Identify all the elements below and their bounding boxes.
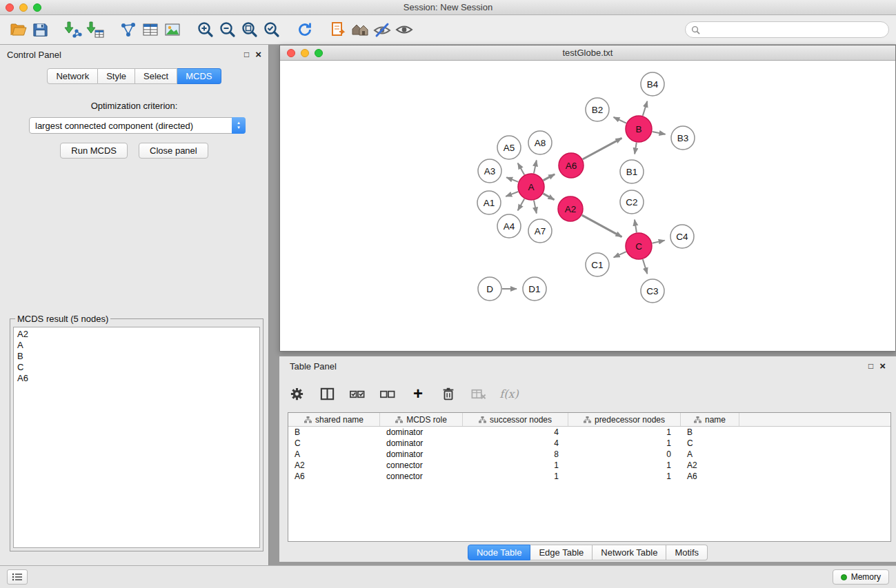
edge-A-A2[interactable]: [543, 194, 554, 200]
edge-A-A8[interactable]: [534, 160, 537, 173]
node-B[interactable]: B: [626, 116, 652, 142]
node-A5[interactable]: A5: [497, 136, 521, 159]
zoom-network-window-button[interactable]: [315, 49, 323, 57]
network-window-titlebar[interactable]: testGlobe.txt: [280, 45, 895, 61]
table-row[interactable]: A dominator 8 0 A: [288, 449, 890, 460]
node-C[interactable]: C: [626, 233, 652, 259]
node-A6[interactable]: A6: [559, 153, 584, 178]
edge-C-C1[interactable]: [614, 252, 626, 257]
add-column-button[interactable]: +: [409, 385, 427, 403]
edge-C-C4[interactable]: [653, 241, 665, 243]
delete-table-button[interactable]: [470, 385, 488, 403]
node-A2[interactable]: A2: [558, 196, 583, 221]
column-header-shared-name[interactable]: shared name: [288, 413, 380, 426]
import-table-file-button[interactable]: [84, 19, 106, 41]
close-table-panel-icon[interactable]: ×: [879, 362, 886, 370]
run-mcds-button[interactable]: Run MCDS: [60, 143, 128, 159]
table-settings-button[interactable]: [288, 385, 306, 403]
network-graph[interactable]: B4B2BB3A8A5A6A3B1AA1C2A2A4A7C4CC1DD1C3: [280, 61, 895, 351]
save-session-button[interactable]: [29, 19, 51, 41]
table-row[interactable]: B dominator 4 1 B: [288, 427, 890, 438]
edge-A-A3[interactable]: [506, 177, 518, 182]
document-button[interactable]: [327, 19, 349, 41]
list-item[interactable]: B: [17, 351, 256, 362]
node-A3[interactable]: A3: [478, 159, 501, 183]
close-app-button[interactable]: [6, 3, 14, 12]
float-panel-icon[interactable]: □: [244, 50, 249, 59]
network-canvas[interactable]: B4B2BB3A8A5A6A3B1AA1C2A2A4A7C4CC1DD1C3: [280, 61, 895, 351]
select-all-button[interactable]: [348, 385, 366, 403]
node-C3[interactable]: C3: [641, 279, 664, 303]
annotation-mode-button[interactable]: [371, 19, 393, 41]
home-button[interactable]: [349, 19, 371, 41]
node-B2[interactable]: B2: [586, 98, 609, 121]
node-C1[interactable]: C1: [586, 253, 609, 276]
zoom-selected-button[interactable]: [261, 19, 283, 41]
node-B1[interactable]: B1: [620, 160, 644, 183]
import-network-file-button[interactable]: [62, 19, 84, 41]
edge-A-A4[interactable]: [518, 199, 524, 210]
edge-B-B1[interactable]: [635, 143, 637, 154]
open-session-button[interactable]: [7, 19, 29, 41]
minimize-app-button[interactable]: [19, 3, 28, 12]
tab-motifs[interactable]: Motifs: [666, 545, 708, 560]
tab-style[interactable]: Style: [98, 68, 135, 84]
edge-C-C2[interactable]: [635, 220, 637, 233]
tab-select[interactable]: Select: [135, 68, 177, 84]
new-network-button[interactable]: [117, 19, 139, 41]
tab-node-table[interactable]: Node Table: [468, 545, 531, 560]
close-panel-icon[interactable]: ×: [255, 50, 261, 59]
list-item[interactable]: A6: [17, 373, 256, 384]
node-B4[interactable]: B4: [641, 72, 664, 96]
list-item[interactable]: A2: [17, 329, 256, 340]
minimize-network-window-button[interactable]: [301, 49, 309, 57]
node-A7[interactable]: A7: [528, 219, 552, 243]
column-header-mcds-role[interactable]: MCDS role: [380, 413, 463, 426]
edge-B-B4[interactable]: [643, 101, 647, 116]
zoom-fit-button[interactable]: [239, 19, 261, 41]
close-panel-button[interactable]: Close panel: [139, 143, 208, 159]
node-B3[interactable]: B3: [671, 126, 695, 150]
search-input[interactable]: [704, 25, 883, 34]
task-history-button[interactable]: [7, 569, 28, 585]
edge-A6-B[interactable]: [583, 138, 622, 159]
node-A[interactable]: A: [518, 174, 544, 200]
node-A1[interactable]: A1: [477, 191, 501, 214]
show-details-button[interactable]: [393, 19, 415, 41]
column-header-successor-nodes[interactable]: successor nodes: [463, 413, 568, 426]
table-row[interactable]: C dominator 4 1 C: [288, 438, 890, 449]
close-network-window-button[interactable]: [287, 49, 295, 57]
float-table-panel-icon[interactable]: □: [868, 362, 873, 370]
node-C2[interactable]: C2: [620, 190, 644, 214]
optimization-criterion-dropdown[interactable]: largest connected component (directed) ▲…: [29, 117, 246, 134]
deselect-all-button[interactable]: [379, 385, 397, 403]
node-D[interactable]: D: [478, 277, 501, 301]
zoom-out-button[interactable]: [217, 19, 239, 41]
edge-A-A7[interactable]: [534, 201, 537, 214]
search-field[interactable]: [685, 21, 889, 38]
node-A4[interactable]: A4: [497, 214, 521, 238]
table-row[interactable]: A6 connector 1 1 A6: [288, 471, 890, 482]
edge-A-A6[interactable]: [544, 174, 555, 181]
column-header-name[interactable]: name: [681, 413, 739, 426]
node-A8[interactable]: A8: [528, 131, 552, 154]
delete-column-button[interactable]: [439, 385, 457, 403]
table-row[interactable]: A2 connector 1 1 A2: [288, 460, 890, 471]
tab-edge-table[interactable]: Edge Table: [530, 545, 593, 560]
mcds-result-list[interactable]: A2 A B C A6: [13, 327, 260, 548]
edge-B-B3[interactable]: [653, 132, 666, 134]
node-D1[interactable]: D1: [523, 277, 546, 301]
column-header-predecessor-nodes[interactable]: predecessor nodes: [568, 413, 681, 426]
list-item[interactable]: A: [17, 340, 256, 351]
tab-mcds[interactable]: MCDS: [177, 68, 221, 84]
list-item[interactable]: C: [17, 362, 256, 373]
edge-A2-C[interactable]: [582, 215, 622, 236]
edge-A-A1[interactable]: [506, 192, 518, 196]
edge-A-A5[interactable]: [518, 163, 524, 175]
tab-network[interactable]: Network: [47, 68, 98, 84]
memory-button[interactable]: Memory: [833, 569, 889, 585]
export-image-button[interactable]: [161, 19, 183, 41]
function-builder-button[interactable]: f(x): [500, 385, 518, 403]
node-C4[interactable]: C4: [670, 225, 694, 248]
column-visibility-button[interactable]: [318, 385, 336, 403]
